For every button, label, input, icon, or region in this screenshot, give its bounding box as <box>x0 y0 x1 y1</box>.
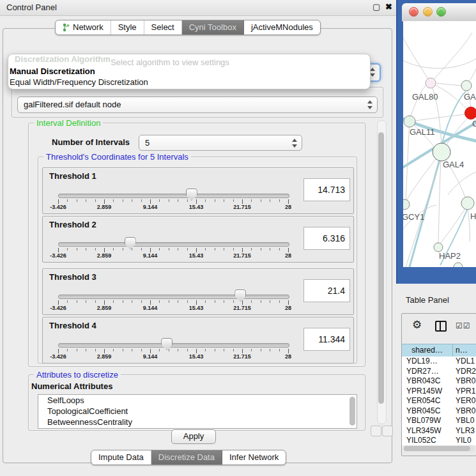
tab-network-label: Network <box>73 20 104 35</box>
threshold-2-label: Threshold 2 <box>49 220 96 229</box>
column-header-shared-name[interactable]: shared… <box>402 344 453 357</box>
checkbox-icons[interactable]: ☑☑ <box>456 321 471 330</box>
minimize-traffic-light[interactable] <box>423 7 433 17</box>
tab-select[interactable]: Select <box>144 20 182 35</box>
tab-discretize-data[interactable]: Discretize Data <box>151 450 222 464</box>
table-panel-title: Table Panel <box>406 295 449 305</box>
thresholds-group: Threshold's Coordinates for 5 Intervals … <box>38 157 357 364</box>
threshold-2-panel: Threshold 2 -3.4262.8599.14415.4321.7152… <box>42 216 354 263</box>
attributes-group-title: Attributes to discretize <box>34 370 121 380</box>
svg-text:H: H <box>470 211 476 221</box>
threshold-1-label: Threshold 1 <box>49 171 96 181</box>
threshold-2-slider-track[interactable] <box>58 242 289 247</box>
svg-text:GAL11: GAL11 <box>410 127 435 137</box>
interval-definition-group-title: Interval Definition <box>34 118 103 128</box>
number-of-intervals-combobox[interactable]: 5 <box>139 135 302 151</box>
table-row[interactable]: YPR145WYPR1 <box>402 387 476 397</box>
table-row[interactable]: YDL19…YDL1 <box>402 357 476 367</box>
bottom-tab-bar: Impute Data Discretize Data Infer Networ… <box>91 450 286 465</box>
float-window-icon[interactable]: ▢ <box>372 2 380 12</box>
table-data-group: Table Data galFiltered.sif default node <box>12 87 383 118</box>
table-header-row: shared… n… <box>402 344 476 357</box>
tab-infer-network-label: Infer Network <box>229 450 279 464</box>
number-of-intervals-value: 5 <box>145 138 150 148</box>
table-row[interactable]: YER054CYER0 <box>402 396 476 406</box>
tab-discretize-data-label: Discretize Data <box>158 450 215 464</box>
algorithm-dropdown-popup: Discretization Algorithm Select algorith… <box>8 54 371 89</box>
tab-impute-data[interactable]: Impute Data <box>91 450 151 464</box>
svg-text:GAL4: GAL4 <box>443 160 464 169</box>
threshold-3-slider-track[interactable] <box>58 295 289 299</box>
list-scrollbar[interactable] <box>349 397 355 426</box>
panel-vertical-scrollbar[interactable] <box>377 120 387 424</box>
network-canvas-svg: GAL80GACGAL11GAL4GCY1HHAP2 <box>403 21 476 267</box>
top-tab-bar: Network Style Select Cyni Toolbox jActiv… <box>55 20 321 35</box>
tab-jactivemnodules-label: jActiveMNodules <box>251 20 313 35</box>
tab-cyni-toolbox-label: Cyni Toolbox <box>189 20 236 35</box>
algorithm-hint: Select algorithm to view settings <box>8 58 332 67</box>
slider-tick-labels: -3.4262.8599.14415.4321.71528 <box>58 204 288 211</box>
combo-arrows-icon <box>367 100 373 110</box>
tab-style[interactable]: Style <box>111 20 144 35</box>
attributes-group: Attributes to discretize Numerical Attri… <box>28 374 365 431</box>
list-item[interactable]: SelfLoops <box>38 395 357 406</box>
scroll-down-button[interactable] <box>382 426 393 436</box>
svg-text:C: C <box>472 119 476 128</box>
close-panel-icon[interactable]: ✖ <box>385 2 392 12</box>
threshold-3-value-field[interactable]: 21.4 <box>303 279 350 302</box>
control-panel-titlebar: Control Panel ▢ ✖ <box>0 0 397 16</box>
tab-infer-network[interactable]: Infer Network <box>222 450 286 464</box>
gear-icon[interactable]: ⚙ <box>412 319 422 330</box>
apply-button[interactable]: Apply <box>171 429 216 444</box>
zoom-traffic-light[interactable] <box>436 7 446 17</box>
tab-style-label: Style <box>118 20 137 35</box>
table-data-combobox[interactable]: galFiltered.sif default node <box>17 96 378 113</box>
slider-tick-labels: -3.4262.8599.14415.4321.71528 <box>58 252 288 260</box>
svg-text:GCY1: GCY1 <box>403 212 424 222</box>
tab-select-label: Select <box>151 20 174 35</box>
table-row[interactable]: YBL079WYBL0 <box>402 416 476 426</box>
svg-text:GAL80: GAL80 <box>412 92 438 102</box>
network-icon <box>63 23 70 32</box>
split-columns-icon[interactable] <box>435 321 447 332</box>
scrollbar-thumb[interactable] <box>404 446 470 451</box>
threshold-4-panel: Threshold 4 -3.4262.8599.14415.4321.7152… <box>42 317 354 364</box>
threshold-4-label: Threshold 4 <box>49 321 96 330</box>
table-row[interactable]: YLR345WYLR3 <box>402 426 476 436</box>
list-item[interactable]: TopologicalCoefficient <box>38 406 357 417</box>
threshold-1-panel: Threshold 1 -3.4262.8599.14415.4321.7152… <box>42 167 354 214</box>
svg-text:GA: GA <box>464 92 476 102</box>
thresholds-group-title: Threshold's Coordinates for 5 Intervals <box>43 152 191 162</box>
column-header-name[interactable]: n… <box>453 344 476 357</box>
threshold-4-value-field[interactable]: 11.344 <box>303 328 350 351</box>
option-manual-discretization[interactable]: Manual Discretization <box>10 66 95 76</box>
list-item[interactable]: BetweennessCentrality <box>38 417 357 427</box>
number-of-intervals-label: Number of Intervals <box>52 137 130 147</box>
threshold-1-value-field[interactable]: 14.713 <box>303 178 350 201</box>
close-traffic-light[interactable] <box>409 7 418 17</box>
threshold-2-value-field[interactable]: 6.316 <box>303 227 350 250</box>
table-data-selected-value: galFiltered.sif default node <box>24 100 121 109</box>
threshold-4-slider-track[interactable] <box>58 343 289 348</box>
network-view-canvas[interactable]: GAL80GACGAL11GAL4GCY1HHAP2 <box>403 21 476 267</box>
threshold-1-slider-track[interactable] <box>58 194 289 198</box>
scrollbar-thumb[interactable] <box>378 132 384 404</box>
tab-cyni-toolbox[interactable]: Cyni Toolbox <box>182 20 244 35</box>
tab-impute-data-label: Impute Data <box>98 450 144 464</box>
table-horizontal-scrollbar[interactable] <box>403 445 475 452</box>
tab-jactivemnodules[interactable]: jActiveMNodules <box>244 20 320 35</box>
slider-tick-labels: -3.4262.8599.14415.4321.71528 <box>58 305 288 312</box>
combo-arrows-icon <box>291 138 298 148</box>
slider-tick-labels: -3.4262.8599.14415.4321.71528 <box>58 353 288 361</box>
tab-network[interactable]: Network <box>56 20 111 35</box>
interval-definition-group: Interval Definition Number of Intervals … <box>28 123 365 367</box>
table-row[interactable]: YBR043CYBR0 <box>402 376 476 387</box>
numerical-attributes-label: Numerical Attributes <box>31 381 112 391</box>
table-panel: ⚙ ☑☑ shared… n… YDL19…YDL1YDR27…YDR2YBR0… <box>401 313 476 456</box>
option-equal-width-frequency[interactable]: Equal Width/Frequency Discretization <box>10 77 148 87</box>
table-row[interactable]: YBR045CYBR0 <box>402 406 476 417</box>
table-row[interactable]: YIL052CYIL0 <box>402 436 476 445</box>
scroll-up-button[interactable] <box>371 426 381 436</box>
table-row[interactable]: YDR27…YDR2 <box>402 367 476 377</box>
numerical-attributes-list[interactable]: SelfLoops TopologicalCoefficient Between… <box>38 394 357 429</box>
